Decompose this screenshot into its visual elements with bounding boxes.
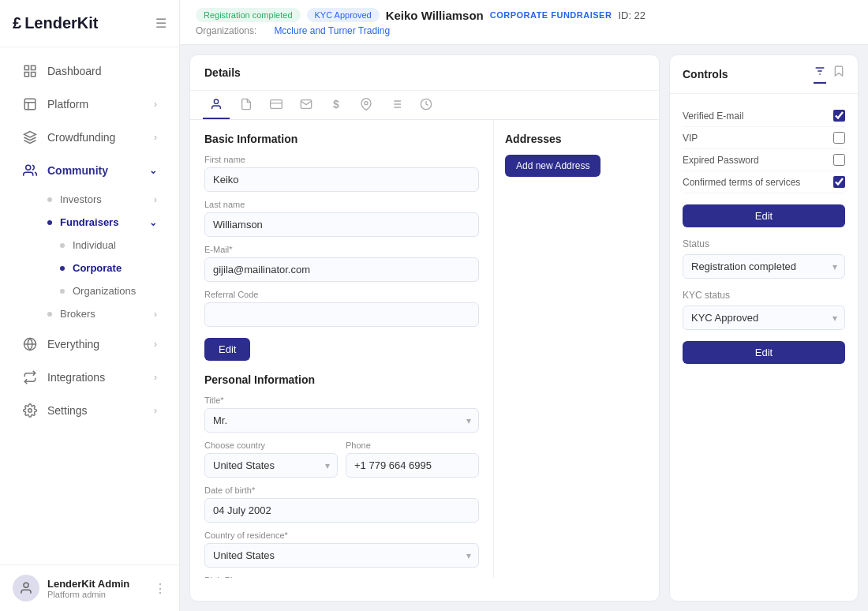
last-name-input[interactable] (204, 212, 479, 237)
controls-bookmark-icon[interactable] (832, 65, 845, 84)
status-label: Status (683, 238, 845, 249)
last-name-label: Last name (204, 200, 479, 209)
sidebar-item-community[interactable]: Community ⌄ (6, 155, 173, 186)
sidebar-item-corporate[interactable]: Corporate (19, 257, 173, 279)
sidebar-toggle[interactable]: ☰ (155, 16, 166, 31)
dob-label: Date of birth* (204, 485, 479, 495)
crowdfunding-chevron: › (154, 132, 157, 143)
organizations-bullet (60, 289, 65, 294)
residence-select[interactable]: United States (204, 543, 479, 568)
brokers-label: Brokers (60, 308, 95, 320)
community-subnav: Investors › Fundraisers ⌄ Individual (6, 188, 173, 325)
controls-edit-btn-1[interactable]: Edit (683, 204, 845, 227)
basic-info-title: Basic Information (204, 133, 479, 145)
referral-label: Referral Code (204, 290, 479, 299)
community-icon (22, 163, 38, 178)
controls-title: Controls (683, 68, 728, 81)
sidebar: £ LenderKit ☰ Dashboard Platform › Crowd… (0, 0, 180, 611)
tab-document[interactable] (233, 91, 260, 119)
residence-label: Country of residence* (204, 530, 479, 540)
kyc-select[interactable]: KYC Approved KYC Pending KYC Rejected (683, 306, 845, 330)
dob-input[interactable] (204, 498, 479, 523)
sidebar-nav: Dashboard Platform › Crowdfunding › Comm… (0, 47, 179, 564)
tab-clock[interactable] (413, 91, 440, 119)
organizations-label: Organizations (73, 285, 136, 297)
tab-dollar[interactable]: $ (323, 91, 350, 119)
svg-rect-1 (32, 66, 36, 69)
checkbox-confirmed-terms: Confirmed terms of services (683, 171, 845, 193)
sidebar-item-organizations[interactable]: Organizations (19, 279, 173, 302)
details-panel: Details $ (189, 54, 660, 602)
topbar-row-2: Organizations: Mcclure and Turner Tradin… (196, 25, 852, 36)
details-left: Basic Information First name Last name E… (190, 120, 493, 578)
topbar-orgs-link[interactable]: Mcclure and Turner Trading (274, 25, 390, 36)
phone-input[interactable] (346, 453, 479, 478)
controls-body: Verified E-mail VIP Expired Password Con… (670, 94, 858, 375)
sidebar-item-label-crowdfunding: Crowdfunding (47, 131, 154, 144)
sidebar-item-platform[interactable]: Platform › (6, 88, 173, 120)
sidebar-item-everything[interactable]: Everything › (6, 328, 173, 360)
sidebar-item-fundraisers[interactable]: Fundraisers ⌄ (6, 211, 173, 234)
corporate-bullet (60, 266, 65, 271)
footer-more-button[interactable]: ⋮ (154, 581, 166, 596)
everything-chevron: › (154, 339, 157, 350)
brokers-chevron: › (154, 309, 157, 320)
vip-checkbox[interactable] (833, 132, 845, 144)
logo: £ LenderKit (13, 14, 98, 32)
title-select[interactable]: Mr. Mrs. Ms. (204, 408, 479, 433)
tab-card[interactable] (263, 91, 290, 119)
controls-panel: Controls Verified E-mail VIP (669, 54, 859, 602)
sidebar-item-individual[interactable]: Individual (19, 234, 173, 257)
country-phone-row: Choose country United States Phone (204, 433, 479, 478)
sidebar-item-crowdfunding[interactable]: Crowdfunding › (6, 122, 173, 153)
details-body: Basic Information First name Last name E… (190, 120, 659, 578)
sidebar-item-label-settings: Settings (47, 404, 154, 417)
svg-point-10 (28, 409, 32, 413)
svg-rect-13 (271, 100, 282, 109)
controls-edit-btn-2[interactable]: Edit (683, 341, 845, 364)
topbar: Registration completed KYC Approved Keik… (180, 0, 868, 45)
tab-list[interactable] (383, 91, 410, 119)
investors-label: Investors (60, 193, 102, 205)
add-address-btn[interactable]: Add new Address (505, 155, 600, 177)
expired-password-checkbox[interactable] (833, 154, 845, 166)
sidebar-item-dashboard[interactable]: Dashboard (6, 55, 173, 87)
platform-chevron: › (154, 99, 157, 110)
badge-registration: Registration completed (196, 8, 301, 22)
settings-icon (22, 403, 38, 418)
sidebar-item-label-integrations: Integrations (47, 371, 154, 384)
avatar (13, 575, 39, 602)
sidebar-item-settings[interactable]: Settings › (6, 395, 173, 426)
sidebar-item-investors[interactable]: Investors › (6, 188, 173, 211)
svg-point-11 (24, 583, 28, 587)
tab-location[interactable] (353, 91, 380, 119)
tab-envelope[interactable] (293, 91, 320, 119)
topbar-row-1: Registration completed KYC Approved Keik… (196, 8, 852, 22)
dashboard-icon (22, 63, 38, 79)
sidebar-item-label-dashboard: Dashboard (47, 65, 157, 77)
topbar-orgs-label: Organizations: (196, 25, 256, 36)
sidebar-item-integrations[interactable]: Integrations › (6, 362, 173, 393)
country-select[interactable]: United States (204, 453, 338, 478)
first-name-input[interactable] (204, 167, 479, 192)
confirmed-terms-label: Confirmed terms of services (683, 177, 800, 188)
status-select[interactable]: Registration completed Pending Active (683, 254, 845, 279)
controls-filter-icon[interactable] (814, 65, 826, 84)
referral-input[interactable] (204, 302, 479, 327)
logo-icon: £ (13, 14, 21, 32)
svg-rect-0 (24, 66, 28, 69)
status-select-wrap: Registration completed Pending Active (683, 254, 845, 279)
basic-info-edit-btn[interactable]: Edit (204, 338, 250, 361)
email-input[interactable] (204, 257, 479, 282)
confirmed-terms-checkbox[interactable] (833, 176, 845, 188)
svg-point-15 (365, 102, 368, 105)
tab-user[interactable] (203, 91, 230, 119)
sidebar-item-brokers[interactable]: Brokers › (6, 302, 173, 325)
svg-rect-2 (24, 73, 28, 77)
expired-password-label: Expired Password (683, 155, 759, 166)
verified-email-checkbox[interactable] (833, 110, 845, 122)
checkbox-expired-password: Expired Password (683, 149, 845, 171)
platform-icon (22, 96, 38, 112)
logo-text: LenderKit (24, 14, 98, 32)
verified-email-label: Verified E-mail (683, 111, 743, 122)
